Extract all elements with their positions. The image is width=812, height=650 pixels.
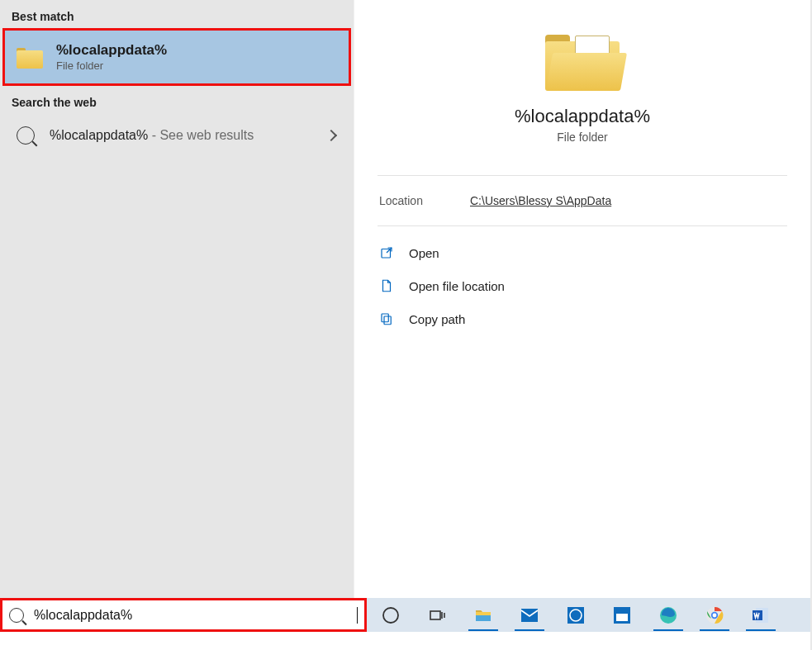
edge-icon xyxy=(658,605,678,625)
taskbar-cortana[interactable] xyxy=(372,598,410,632)
search-results-panel: Best match %localappdata% File folder Se… xyxy=(0,0,354,600)
taskbar-file-explorer[interactable] xyxy=(464,598,502,632)
result-text: %localappdata% File folder xyxy=(56,41,167,74)
open-location-icon xyxy=(379,278,394,293)
file-explorer-icon xyxy=(473,605,493,625)
taskbar-mail[interactable] xyxy=(510,598,548,632)
details-subtitle: File folder xyxy=(354,130,810,144)
search-web-heading: Search the web xyxy=(0,86,354,114)
folder-icon xyxy=(17,45,43,69)
calendar-icon xyxy=(612,605,632,625)
result-title: %localappdata% xyxy=(56,41,167,59)
location-path-link[interactable]: C:\Users\Blessy S\AppData xyxy=(470,194,611,207)
search-icon xyxy=(17,126,35,145)
svg-rect-4 xyxy=(430,611,440,619)
location-label: Location xyxy=(379,194,470,207)
web-result-text: %localappdata% - See web results xyxy=(50,128,254,143)
dell-icon xyxy=(566,605,586,625)
action-open-location-label: Open file location xyxy=(409,279,505,293)
chevron-right-icon xyxy=(325,130,337,141)
svg-rect-11 xyxy=(616,611,628,614)
details-title: %localappdata% xyxy=(354,106,810,127)
mail-icon xyxy=(520,605,539,625)
cortana-icon xyxy=(381,605,401,625)
location-row: Location C:\Users\Blessy S\AppData xyxy=(354,176,810,225)
word-icon xyxy=(751,605,771,625)
details-panel: %localappdata% File folder Location C:\U… xyxy=(354,0,810,600)
chrome-icon xyxy=(705,605,724,625)
actions-list: Open Open file location Copy path xyxy=(354,226,810,345)
action-open-label: Open xyxy=(409,246,439,260)
action-open[interactable]: Open xyxy=(379,236,786,269)
best-match-result[interactable]: %localappdata% File folder xyxy=(2,28,351,86)
taskbar-task-view[interactable] xyxy=(418,598,456,632)
svg-point-3 xyxy=(383,608,398,623)
best-match-heading: Best match xyxy=(0,0,354,28)
taskbar-dell[interactable] xyxy=(557,598,595,632)
svg-rect-5 xyxy=(476,615,491,621)
search-input[interactable] xyxy=(34,608,357,623)
copy-path-icon xyxy=(379,311,394,326)
svg-point-15 xyxy=(713,613,717,617)
taskbar-search-box[interactable] xyxy=(0,598,367,632)
taskbar-word[interactable] xyxy=(742,598,780,632)
open-icon xyxy=(379,245,394,260)
web-result-term: %localappdata% xyxy=(50,128,148,142)
taskbar-calendar[interactable] xyxy=(603,598,641,632)
taskbar-chrome[interactable] xyxy=(696,598,734,632)
folder-large-icon xyxy=(545,30,620,91)
task-view-icon xyxy=(427,605,447,625)
taskbar-edge[interactable] xyxy=(649,598,687,632)
svg-rect-1 xyxy=(384,316,391,325)
taskbar xyxy=(367,598,812,632)
search-icon xyxy=(9,608,24,623)
text-caret xyxy=(357,607,358,624)
result-subtitle: File folder xyxy=(56,59,167,74)
svg-rect-2 xyxy=(382,314,388,322)
action-copy-path[interactable]: Copy path xyxy=(379,302,786,335)
web-result[interactable]: %localappdata% - See web results xyxy=(0,114,354,157)
svg-rect-6 xyxy=(521,609,538,622)
web-result-suffix: - See web results xyxy=(148,128,254,142)
action-open-file-location[interactable]: Open file location xyxy=(379,269,786,302)
action-copy-path-label: Copy path xyxy=(409,312,465,326)
